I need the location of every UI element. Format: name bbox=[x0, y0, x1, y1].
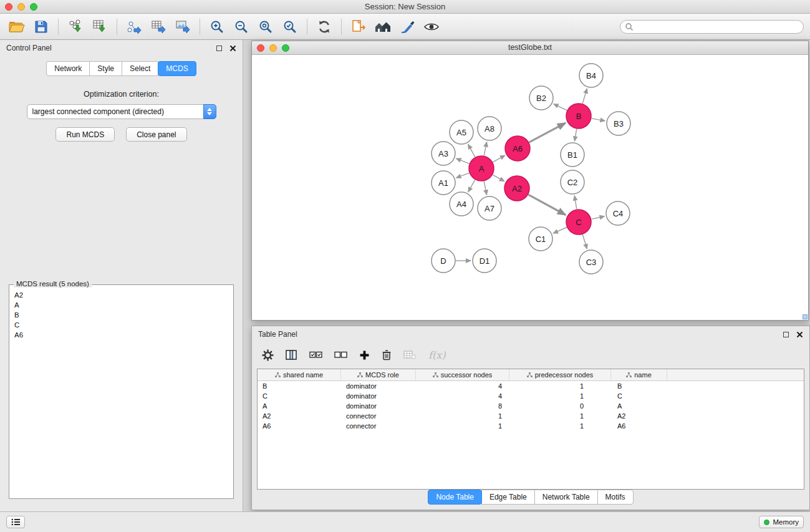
column-menu-icon[interactable] bbox=[433, 371, 438, 379]
zoom-out-icon[interactable] bbox=[231, 16, 252, 37]
table-cell: 1 bbox=[509, 412, 611, 420]
homes-icon[interactable] bbox=[372, 16, 393, 37]
graph-edge-C-C2[interactable] bbox=[574, 196, 576, 210]
control-panel-title: Control Panel bbox=[6, 44, 52, 52]
refresh-icon[interactable] bbox=[314, 16, 335, 37]
close-panel-button[interactable]: Close panel bbox=[126, 127, 186, 142]
network-close-button[interactable] bbox=[257, 44, 264, 52]
graph-edge-A-A1[interactable] bbox=[456, 173, 470, 178]
graph-edge-A-A4[interactable] bbox=[468, 180, 475, 192]
result-item[interactable]: B bbox=[14, 310, 228, 320]
graph-edge-A-A5[interactable] bbox=[468, 144, 475, 157]
homes-glyph bbox=[374, 20, 392, 34]
graph-edge-A2-C[interactable] bbox=[528, 195, 566, 215]
graph-edge-A-A7[interactable] bbox=[484, 181, 486, 195]
run-mcds-button[interactable]: Run MCDS bbox=[55, 127, 115, 142]
zoom-window-button[interactable] bbox=[30, 3, 37, 11]
column-header-name[interactable]: name bbox=[611, 369, 667, 380]
open-folder-icon[interactable] bbox=[6, 16, 27, 37]
column-icon[interactable] bbox=[286, 349, 297, 360]
brush-icon[interactable] bbox=[397, 16, 418, 37]
table-row[interactable]: Adominator80A bbox=[258, 401, 804, 411]
tab-edge-table[interactable]: Edge Table bbox=[481, 490, 535, 505]
result-item[interactable]: C bbox=[14, 320, 228, 330]
table-body: Bdominator41BCdominator41CAdominator80AA… bbox=[258, 381, 804, 431]
graph-edge-B-B3[interactable] bbox=[592, 118, 605, 121]
tab-style[interactable]: Style bbox=[89, 61, 122, 76]
search-input[interactable] bbox=[620, 20, 804, 34]
graph-edge-B-B1[interactable] bbox=[575, 129, 577, 142]
page-arrow-icon[interactable] bbox=[348, 16, 369, 37]
mcds-result-list[interactable]: A2ABCA6 bbox=[12, 288, 231, 496]
export-table-icon[interactable] bbox=[148, 16, 169, 37]
export-network-icon[interactable] bbox=[123, 16, 145, 37]
function-builder-icon[interactable]: f(x) bbox=[428, 349, 445, 361]
network-window-titlebar[interactable]: testGlobe.txt bbox=[252, 41, 808, 55]
tab-network[interactable]: Network bbox=[46, 61, 90, 76]
table-cell: C bbox=[611, 392, 667, 400]
close-panel-icon[interactable] bbox=[796, 331, 803, 338]
table-row[interactable]: Cdominator41C bbox=[258, 391, 804, 401]
optimization-criterion-select[interactable]: largest connected component (directed) bbox=[27, 104, 216, 119]
deselect-all-icon[interactable] bbox=[334, 351, 347, 359]
page-arrow-glyph bbox=[350, 19, 367, 34]
resize-grip[interactable] bbox=[803, 314, 808, 319]
table-row[interactable]: Bdominator41B bbox=[258, 381, 804, 391]
column-header-shared-name[interactable]: shared name bbox=[258, 369, 341, 380]
column-header-predecessor-nodes[interactable]: predecessor nodes bbox=[509, 369, 611, 380]
add-row-icon[interactable] bbox=[359, 350, 370, 360]
network-canvas[interactable]: B4B2BB3A5A8A6B1A3AC2A1A2A4A7C4CC1C3DD1 bbox=[252, 55, 808, 320]
minimize-window-button[interactable] bbox=[17, 3, 25, 11]
graph-edge-A-A8[interactable] bbox=[484, 142, 486, 156]
export-image-icon[interactable] bbox=[172, 16, 193, 37]
network-zoom-button[interactable] bbox=[282, 44, 289, 52]
zoom-in-icon[interactable] bbox=[206, 16, 228, 37]
result-item[interactable]: A6 bbox=[14, 330, 228, 340]
tab-motifs[interactable]: Motifs bbox=[597, 490, 634, 505]
graph-edge-C-C3[interactable] bbox=[582, 235, 587, 249]
column-menu-icon[interactable] bbox=[275, 371, 281, 379]
zoom-selected-icon[interactable] bbox=[279, 16, 301, 37]
network-window: testGlobe.txt B4B2BB3A5A8A6B1A3AC2A1A2A4… bbox=[251, 41, 809, 321]
eye-icon[interactable] bbox=[421, 16, 442, 37]
graph-edge-A-A2[interactable] bbox=[493, 175, 504, 181]
export-table-glyph bbox=[151, 20, 166, 34]
tab-node-table[interactable]: Node Table bbox=[428, 490, 482, 505]
graph-edge-A6-B[interactable] bbox=[529, 123, 566, 142]
zoom-fit-icon[interactable] bbox=[255, 16, 276, 37]
graph-edge-B-B4[interactable] bbox=[582, 89, 587, 104]
tab-select[interactable]: Select bbox=[122, 61, 158, 76]
graph-edge-C-C1[interactable] bbox=[553, 228, 567, 234]
column-header-MCDS-role[interactable]: MCDS role bbox=[341, 369, 416, 380]
import-table-icon[interactable] bbox=[89, 16, 110, 37]
graph-edge-A-A6[interactable] bbox=[493, 155, 505, 162]
memory-button[interactable]: Memory bbox=[759, 516, 804, 528]
graph-edge-A-A3[interactable] bbox=[456, 158, 470, 163]
float-panel-icon[interactable] bbox=[783, 332, 789, 337]
network-graph[interactable]: B4B2BB3A5A8A6B1A3AC2A1A2A4A7C4CC1C3DD1 bbox=[252, 55, 808, 320]
task-history-button[interactable] bbox=[6, 516, 25, 528]
table-row[interactable]: A2connector11A2 bbox=[258, 411, 804, 421]
table-row[interactable]: A6connector11A6 bbox=[258, 421, 804, 431]
close-window-button[interactable] bbox=[5, 3, 12, 11]
graph-edge-B-B2[interactable] bbox=[554, 104, 567, 110]
tab-mcds[interactable]: MCDS bbox=[158, 61, 196, 76]
network-minimize-button[interactable] bbox=[269, 44, 277, 52]
select-all-icon[interactable] bbox=[309, 351, 322, 359]
delete-row-icon[interactable] bbox=[382, 349, 392, 360]
tab-network-table[interactable]: Network Table bbox=[534, 490, 598, 505]
close-panel-icon[interactable] bbox=[229, 45, 236, 52]
float-panel-icon[interactable] bbox=[216, 46, 222, 51]
destroy-table-icon[interactable] bbox=[403, 350, 417, 360]
table-cell: 1 bbox=[416, 412, 509, 420]
import-network-icon[interactable] bbox=[65, 16, 86, 37]
column-menu-icon[interactable] bbox=[527, 371, 533, 379]
column-menu-icon[interactable] bbox=[357, 371, 363, 379]
column-header-successor-nodes[interactable]: successor nodes bbox=[416, 369, 509, 380]
result-item[interactable]: A2 bbox=[14, 290, 228, 300]
save-icon[interactable] bbox=[31, 16, 52, 37]
graph-edge-C-C4[interactable] bbox=[592, 216, 605, 220]
result-item[interactable]: A bbox=[14, 300, 228, 310]
settings-gear-icon[interactable] bbox=[262, 349, 274, 361]
column-menu-icon[interactable] bbox=[626, 371, 632, 379]
